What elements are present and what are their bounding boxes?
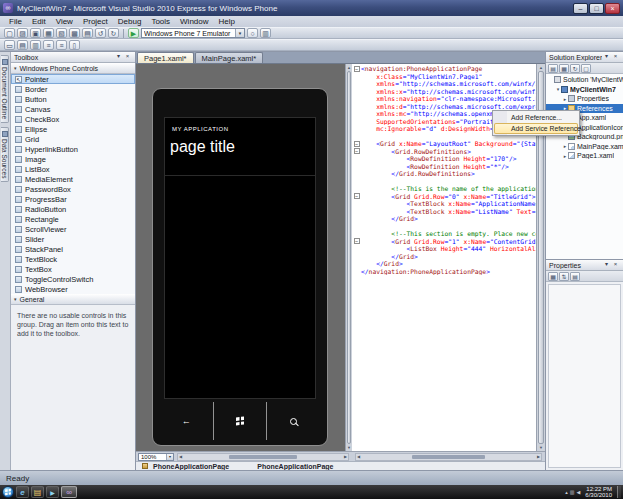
menu-item-edit[interactable]: Edit [27,16,51,27]
code-line[interactable]: <!--This is the name of the application … [352,185,536,193]
windows-explorer-icon[interactable]: ▤ [31,486,44,498]
scroll-up-icon[interactable]: ▲ [539,65,543,70]
toolbox-item-border[interactable]: Border [11,84,135,94]
start-debugging-button[interactable]: ▶ [128,28,139,38]
toolbox-item-passwordbox[interactable]: PasswordBox [11,184,135,194]
design-vertical-scrollbar[interactable]: ▲ ▼ [345,64,352,451]
visual-studio-taskbar-icon[interactable]: ∞ [61,486,77,498]
tree-item-properties[interactable]: ▸Properties [546,94,623,104]
toolbox-section-general[interactable]: ▾ General [11,294,135,305]
toolbox-item-canvas[interactable]: Canvas [11,104,135,114]
categorized-icon[interactable]: ▦ [548,272,558,281]
menu-item-debug[interactable]: Debug [113,16,147,27]
scroll-left-icon[interactable]: ◀ [179,454,182,459]
hidden-icons-chevron[interactable]: ▴ [565,489,568,495]
tree-item-myclientwin7[interactable]: ▾MyClientWin7 [546,85,623,95]
scroll-up-icon[interactable]: ▲ [347,65,351,70]
menu-item-view[interactable]: View [51,16,78,27]
taskbar-clock[interactable]: 12:22 PM 6/30/2010 [585,486,612,499]
toolbox-item-togglecontrolswitch[interactable]: ToggleControlSwitch [11,274,135,284]
redo-icon[interactable]: ↻ [108,28,119,38]
panel-close-button[interactable]: × [611,261,620,269]
toolbox-item-image[interactable]: Image [11,154,135,164]
scrollbar-thumb[interactable] [347,71,351,444]
start-button[interactable] [2,486,14,498]
internet-explorer-icon[interactable]: e [16,486,29,498]
collapse-icon[interactable]: − [354,238,360,244]
copy-icon[interactable]: ▩ [69,28,80,38]
tree-item-page1-xaml[interactable]: ▸Page1.xaml [546,151,623,161]
cut-icon[interactable]: ▧ [56,28,67,38]
scroll-down-icon[interactable]: ▼ [539,445,543,450]
alphabetical-icon[interactable]: ⇅ [559,272,569,281]
deployment-target-select[interactable]: Windows Phone 7 Emulator ▾ [141,28,245,38]
panel-menu-button[interactable]: ▾ [602,261,611,269]
outdent-icon[interactable]: ≡ [56,40,67,50]
save-icon[interactable]: ▣ [30,28,41,38]
show-all-files-icon[interactable]: ▦ [559,64,569,73]
tab-page1-xaml[interactable]: Page1.xaml* [137,52,194,63]
collapse-icon[interactable]: − [354,193,360,199]
toolbox-item-textblock[interactable]: TextBlock [11,254,135,264]
tree-item-solution-myclientwin7[interactable]: Solution 'MyClientWin7' [546,75,623,85]
side-tab-document-outline[interactable]: Document Outline [1,55,9,123]
code-line[interactable]: x:Class="MyClientWin7.Page1" [352,73,536,81]
toolbox-item-rectangle[interactable]: Rectangle [11,214,135,224]
code-line[interactable]: xmlns:d="http://schemas.microsoft.com/ex… [352,103,536,111]
collapse-icon[interactable]: − [354,148,360,154]
toolbox-item-scrollviewer[interactable]: ScrollViewer [11,224,135,234]
code-line[interactable]: </Grid> [352,215,536,223]
code-line[interactable]: xmlns:navigation="clr-namespace:Microsof… [352,95,536,103]
show-desktop-button[interactable] [617,486,621,498]
toolbox-item-mediaelement[interactable]: MediaElement [11,174,135,184]
collapse-icon[interactable]: − [354,141,360,147]
code-line[interactable]: xmlns="http://schemas.microsoft.com/winf… [352,80,536,88]
zoom-select[interactable]: 100% ▾ [138,453,174,461]
toolbox-item-hyperlinkbutton[interactable]: HyperlinkButton [11,144,135,154]
menu-item-window[interactable]: Window [175,16,213,27]
phone-start-button[interactable] [213,402,267,440]
view-code-icon[interactable]: ▢ [581,64,591,73]
scrollbar-thumb[interactable] [412,455,485,459]
undo-icon[interactable]: ↺ [95,28,106,38]
menu-item-file[interactable]: File [4,16,27,27]
panel-close-button[interactable]: × [611,53,620,61]
media-player-icon[interactable]: ▶ [46,486,59,498]
toolbox-item-webbrowser[interactable]: WebBrowser [11,284,135,294]
breadcrumb-item[interactable]: PhoneApplicationPage [153,463,229,470]
code-line[interactable]: </Grid> [352,260,536,268]
indent-icon[interactable]: ≡ [43,40,54,50]
code-line[interactable] [352,178,536,186]
new-project-icon[interactable]: ▢ [4,28,15,38]
code-line[interactable]: − <Grid x:Name="LayoutRoot" Background="… [352,140,536,148]
toolbox-item-button[interactable]: Button [11,94,135,104]
toolbox-item-checkbox[interactable]: CheckBox [11,114,135,124]
refresh-icon[interactable]: ↻ [570,64,580,73]
toolbox-section-windows-phone-controls[interactable]: ▾ Windows Phone Controls [11,63,135,74]
phone-search-button[interactable] [266,402,320,440]
collapse-icon[interactable]: − [354,66,360,72]
code-line[interactable]: </navigation:PhoneApplicationPage> [352,268,536,276]
volume-icon[interactable]: ◀ [576,489,580,495]
application-name-textblock[interactable]: MY APPLICATION [172,126,315,132]
scroll-right-icon[interactable]: ▶ [537,454,540,459]
code-line[interactable] [352,223,536,231]
menu-item-tools[interactable]: Tools [146,16,175,27]
scroll-right-icon[interactable]: ▶ [344,454,347,459]
minimize-button[interactable]: – [573,3,588,14]
code-line[interactable]: <TextBlock x:Name="ApplicationName" Text… [352,200,536,208]
menu-item-help[interactable]: Help [214,16,240,27]
context-menu-item-add-reference[interactable]: Add Reference... [494,112,578,123]
code-line[interactable]: <TextBlock x:Name="ListName" Text="page … [352,208,536,216]
uncomment-icon[interactable]: ▥ [30,40,41,50]
code-line[interactable]: <RowDefinition Height="*"/> [352,163,536,171]
open-file-icon[interactable]: ▨ [17,28,28,38]
maximize-button[interactable]: □ [589,3,604,14]
toolbox-item-progressbar[interactable]: ProgressBar [11,194,135,204]
toolbox-item-textbox[interactable]: TextBox [11,264,135,274]
code-line[interactable]: −<navigation:PhoneApplicationPage [352,65,536,73]
code-line[interactable]: </Grid.RowDefinitions> [352,170,536,178]
panel-menu-button[interactable]: ▾ [114,53,123,61]
find-icon[interactable]: ○ [247,28,258,38]
properties-icon[interactable]: ▤ [548,64,558,73]
